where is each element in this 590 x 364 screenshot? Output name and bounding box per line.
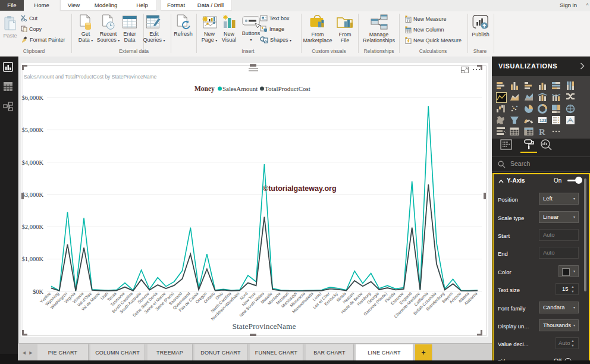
svg-text:R: R [539, 127, 545, 137]
svg-text:123: 123 [539, 118, 547, 123]
